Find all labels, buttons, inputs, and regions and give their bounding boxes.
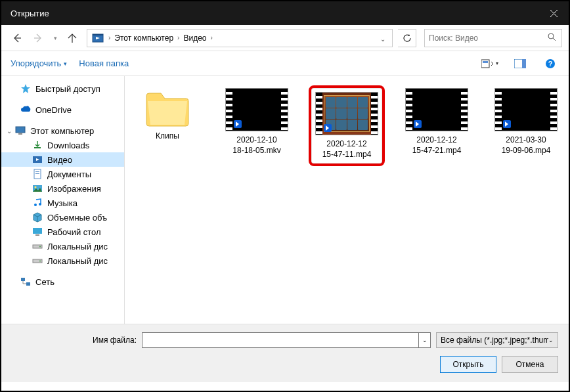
recent-dropdown[interactable]: ▾ [50,29,60,47]
new-folder-button[interactable]: Новая папка [79,58,129,68]
chevron-right-icon: › [176,34,181,41]
svg-point-26 [39,246,41,248]
video-file-item[interactable]: 2021-03-3019-09-06.mp4 [489,85,563,158]
video-file-item[interactable]: 2020-12-1018-18-05.mkv [219,85,294,158]
svg-rect-30 [26,282,30,286]
play-badge-icon [324,124,332,132]
sidebar-music[interactable]: Музыка [1,196,124,210]
star-icon [20,83,32,95]
sidebar-desktop[interactable]: Рабочий стол [1,225,124,239]
file-label: 2020-12-1018-18-05.mkv [232,135,280,156]
chevron-down-icon: ▾ [64,60,67,67]
cancel-button[interactable]: Отмена [502,356,558,373]
sidebar-video[interactable]: Видео [1,152,124,167]
organize-label: Упорядочить [11,58,61,68]
video-folder-icon [91,32,104,45]
chevron-down-icon: ⌄ [380,35,385,43]
refresh-icon [403,33,412,43]
address-dropdown[interactable]: ⌄ [375,32,391,44]
help-icon: ? [545,58,556,69]
toolbar: Упорядочить ▾ Новая папка ▾ ? [1,51,569,76]
arrow-left-icon [12,33,22,43]
view-icon [481,59,494,68]
file-label: 2020-12-1215-47-21.mp4 [412,135,462,156]
breadcrumb-current[interactable]: Видео [181,33,209,43]
video-file-item[interactable]: 2020-12-1215-47-21.mp4 [399,85,474,158]
preview-pane-button[interactable] [511,56,529,72]
music-icon [32,197,43,209]
up-button[interactable] [63,29,81,47]
help-button[interactable]: ? [541,56,559,72]
bottom-panel: Имя файла: ⌄ Все файлы (*.jpg;*.jpeg;*.t… [1,324,569,382]
tree-label: Этот компьютер [30,126,94,136]
sidebar-this-pc[interactable]: ⌄ Этот компьютер [1,123,124,138]
breadcrumb-root[interactable]: Этот компьютер [112,33,176,43]
tree-label: Локальный дис [47,256,108,266]
folder-item[interactable]: Клипы [130,85,205,144]
back-button[interactable] [8,29,26,47]
open-button[interactable]: Открыть [440,356,496,373]
sidebar-local-disk-1[interactable]: Локальный дис [1,239,124,253]
address-bar[interactable]: › Этот компьютер › Видео › ⌄ [87,29,393,47]
close-icon [550,10,558,17]
sidebar-documents[interactable]: Документы [1,167,124,181]
tree-label: Документы [47,169,91,179]
filename-input[interactable] [142,332,419,348]
search-input[interactable] [425,33,542,43]
network-icon [20,276,32,288]
tree-label: Музыка [47,198,77,208]
picture-icon [32,183,43,194]
tree-label: Сеть [35,277,55,287]
forward-button[interactable] [29,29,47,47]
sidebar-onedrive[interactable]: OneDrive [1,102,124,117]
preview-pane-icon [514,59,526,68]
close-button[interactable] [538,1,569,25]
svg-rect-17 [35,171,39,172]
filename-dropdown[interactable]: ⌄ [419,332,431,348]
svg-rect-11 [16,127,25,133]
tree-label: Объемные объ [47,213,107,223]
sidebar-downloads[interactable]: Downloads [1,138,124,152]
sidebar-local-disk-2[interactable]: Локальный дис [1,253,124,268]
chevron-down-icon: ⌄ [422,337,428,343]
filename-label: Имя файла: [12,336,137,345]
file-list: Клипы 2020-12-1018-18-05.mkv 2020-12-121… [125,76,569,324]
file-label: 2020-12-1215-47-11.mp4 [322,139,372,160]
drive-icon [32,240,43,252]
chevron-right-icon: › [107,34,112,41]
document-icon [32,168,43,180]
video-file-item-selected[interactable]: 2020-12-1215-47-11.mp4 [309,85,385,166]
search-box[interactable] [424,29,562,47]
video-thumbnail [494,88,558,131]
chevron-down-icon: ▾ [54,35,57,41]
svg-rect-18 [35,173,39,174]
tree-label: Видео [47,155,72,165]
file-type-filter[interactable]: Все файлы (*.jpg;*.jpeg;*.thum ⌄ [436,332,558,348]
main-area: Быстрый доступ OneDrive ⌄ Этот компьютер… [1,76,569,324]
svg-text:?: ? [548,60,553,68]
svg-point-20 [35,186,37,188]
titlebar: Открытие [1,1,569,25]
view-options-button[interactable]: ▾ [481,56,499,72]
window-title: Открытие [11,9,49,18]
svg-point-21 [34,204,37,206]
svg-point-28 [39,261,41,262]
cube-icon [32,211,43,223]
file-label: Клипы [156,131,179,142]
monitor-icon [14,125,26,137]
sidebar-network[interactable]: Сеть [1,274,124,289]
svg-point-3 [548,33,554,39]
sidebar-pictures[interactable]: Изображения [1,181,124,196]
video-thumbnail [225,88,288,131]
tree-label: OneDrive [35,105,72,115]
arrow-up-icon [67,33,77,43]
tree-label: Быстрый доступ [35,84,100,94]
sidebar-3d-objects[interactable]: Объемные объ [1,210,124,225]
sidebar-quick-access[interactable]: Быстрый доступ [1,81,124,96]
svg-rect-5 [483,61,488,63]
refresh-button[interactable] [398,29,416,47]
svg-rect-4 [481,60,489,68]
video-thumbnail [405,88,468,131]
organize-button[interactable]: Упорядочить ▾ [11,58,67,68]
file-label: 2021-03-3019-09-06.mp4 [502,135,551,156]
